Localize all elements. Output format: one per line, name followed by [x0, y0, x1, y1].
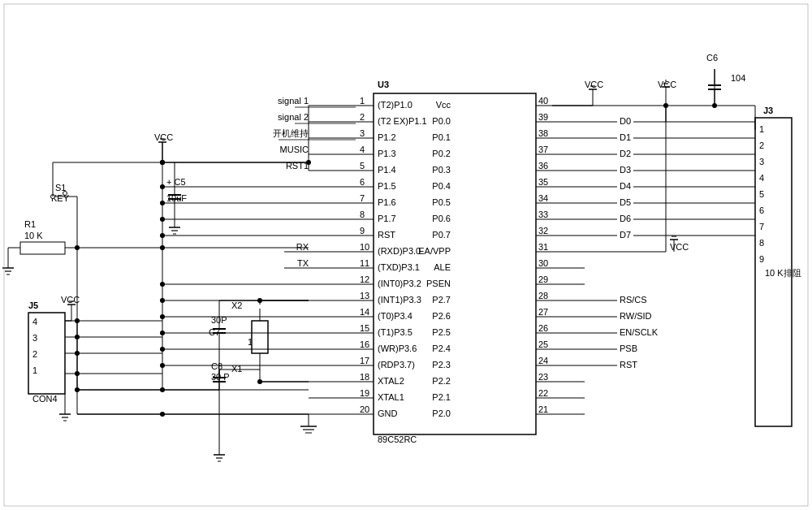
svg-text:CON4: CON4 [32, 394, 58, 404]
svg-text:P0.0: P0.0 [432, 116, 451, 126]
svg-text:MUSIC: MUSIC [280, 145, 309, 154]
svg-point-355 [75, 335, 80, 339]
svg-text:RST: RST [378, 230, 395, 240]
svg-text:Vcc: Vcc [436, 100, 451, 110]
svg-text:P2.6: P2.6 [432, 311, 451, 321]
svg-text:P0.5: P0.5 [432, 197, 451, 207]
svg-text:2: 2 [759, 140, 764, 150]
svg-text:9: 9 [360, 226, 365, 236]
svg-point-357 [75, 371, 80, 376]
chip-name: 89C52RC [378, 434, 417, 444]
svg-point-245 [63, 192, 67, 196]
svg-text:4: 4 [360, 145, 365, 154]
svg-text:+ C5: + C5 [166, 177, 186, 187]
svg-text:P1.3: P1.3 [378, 149, 396, 158]
svg-text:104: 104 [731, 73, 745, 83]
svg-text:P0.4: P0.4 [432, 181, 451, 191]
svg-text:(T1)P3.5: (T1)P3.5 [378, 327, 412, 337]
svg-text:P2.5: P2.5 [432, 327, 451, 337]
svg-text:3: 3 [360, 128, 365, 138]
svg-text:5: 5 [360, 161, 365, 171]
svg-point-356 [75, 351, 80, 356]
svg-text:10 K: 10 K [24, 231, 43, 240]
svg-text:27: 27 [538, 307, 548, 317]
svg-text:(T2 EX)P1.1: (T2 EX)P1.1 [378, 116, 427, 126]
svg-text:D1: D1 [620, 132, 631, 142]
svg-text:32: 32 [538, 226, 548, 236]
svg-text:36: 36 [538, 161, 548, 171]
svg-text:P2.0: P2.0 [432, 408, 451, 418]
svg-point-350 [160, 347, 165, 352]
svg-text:13: 13 [360, 291, 369, 300]
svg-point-351 [160, 363, 165, 368]
svg-point-349 [160, 331, 165, 335]
svg-text:P1.6: P1.6 [378, 197, 396, 207]
svg-text:P0.6: P0.6 [432, 214, 451, 223]
svg-text:XTAL1: XTAL1 [378, 392, 404, 402]
svg-text:7: 7 [759, 222, 764, 231]
svg-text:P1.5: P1.5 [378, 181, 396, 191]
svg-point-347 [160, 298, 165, 303]
svg-text:C6: C6 [706, 53, 718, 63]
svg-text:22: 22 [538, 388, 548, 398]
svg-text:10: 10 [360, 242, 369, 252]
svg-text:PSEN: PSEN [426, 279, 451, 288]
svg-text:TX: TX [297, 258, 309, 268]
svg-point-345 [160, 245, 165, 250]
svg-text:4: 4 [759, 173, 764, 183]
svg-text:3: 3 [32, 333, 37, 343]
u3-label: U3 [378, 80, 389, 89]
svg-text:signal 2: signal 2 [278, 112, 309, 122]
svg-text:10 K排阻: 10 K排阻 [765, 268, 801, 278]
svg-text:EN/SCLK: EN/SCLK [620, 327, 659, 337]
svg-text:25: 25 [538, 339, 548, 349]
svg-text:34: 34 [538, 193, 548, 203]
svg-text:P1.2: P1.2 [378, 132, 396, 142]
svg-text:6: 6 [360, 177, 365, 187]
svg-point-354 [75, 318, 80, 323]
svg-text:35: 35 [538, 177, 548, 187]
svg-text:XTAL2: XTAL2 [378, 376, 404, 386]
svg-text:D6: D6 [620, 214, 631, 223]
svg-text:24: 24 [538, 356, 548, 365]
svg-text:P2.2: P2.2 [432, 376, 451, 386]
svg-text:RST: RST [620, 360, 637, 370]
svg-text:VCC: VCC [154, 132, 173, 142]
svg-text:26: 26 [538, 323, 548, 333]
svg-rect-285 [252, 321, 268, 353]
svg-text:P0.7: P0.7 [432, 230, 451, 240]
svg-text:P2.7: P2.7 [432, 295, 451, 305]
svg-text:RS/CS: RS/CS [620, 295, 647, 305]
svg-text:5: 5 [759, 189, 764, 199]
svg-text:J5: J5 [28, 300, 38, 310]
svg-text:19: 19 [360, 388, 369, 398]
svg-text:D5: D5 [620, 197, 631, 207]
svg-text:14: 14 [360, 307, 369, 317]
svg-text:VCC: VCC [585, 80, 603, 89]
svg-text:VCC: VCC [61, 295, 80, 305]
svg-text:D2: D2 [620, 149, 631, 158]
svg-text:R1: R1 [24, 219, 36, 229]
svg-text:17: 17 [360, 356, 369, 365]
svg-text:31: 31 [538, 242, 548, 252]
svg-point-346 [160, 282, 165, 287]
svg-text:P2.1: P2.1 [432, 392, 451, 402]
svg-text:开机维持: 开机维持 [273, 128, 309, 138]
svg-point-371 [160, 217, 165, 222]
svg-text:20: 20 [360, 404, 369, 414]
svg-text:P0.2: P0.2 [432, 149, 451, 158]
svg-point-362 [160, 160, 165, 165]
svg-point-372 [160, 233, 165, 238]
svg-text:VCC: VCC [658, 80, 676, 89]
svg-text:3: 3 [759, 157, 764, 166]
svg-text:1: 1 [32, 365, 37, 375]
svg-text:(RXD)P3.0: (RXD)P3.0 [378, 246, 421, 256]
svg-text:39: 39 [538, 112, 548, 122]
svg-text:11: 11 [360, 258, 369, 268]
schematic: U3 89C52RC (T2)P1.0 (T2 EX)P1.1 P1.2 P1.… [0, 0, 812, 510]
svg-text:PSB: PSB [620, 344, 637, 353]
svg-text:VCC: VCC [670, 242, 689, 252]
svg-text:P2.3: P2.3 [432, 360, 451, 370]
svg-text:7: 7 [360, 193, 365, 203]
svg-text:(TXD)P3.1: (TXD)P3.1 [378, 262, 420, 272]
